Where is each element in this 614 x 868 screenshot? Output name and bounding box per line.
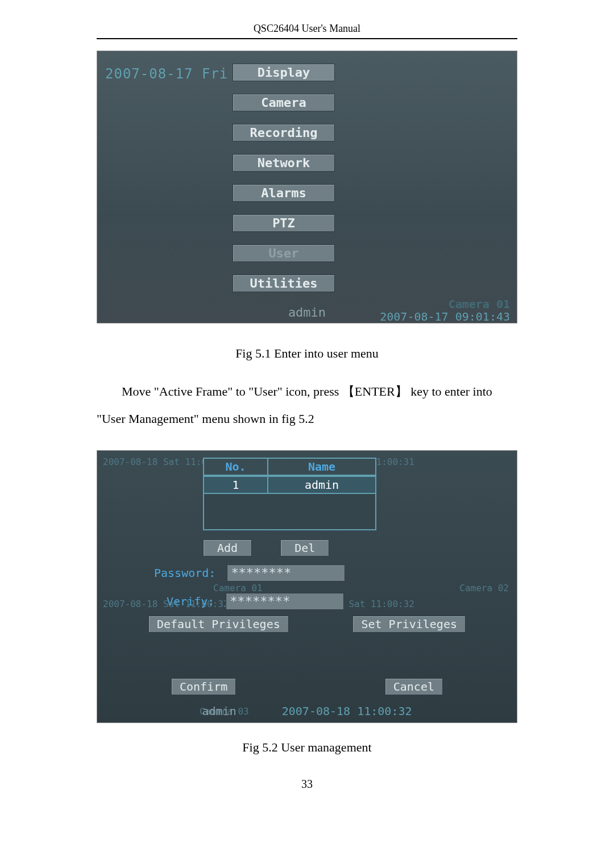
- paragraph: Move "Active Frame" to "User" icon, pres…: [97, 378, 517, 433]
- cell-no: 1: [203, 476, 268, 494]
- add-del-row: Add Del: [203, 539, 329, 556]
- set-privileges-button[interactable]: Set Privileges: [352, 616, 466, 633]
- main-menu: Display Camera Recording Network Alarms …: [233, 64, 335, 305]
- col-name: Name: [267, 458, 376, 476]
- quad-cam-r: Camera 02: [459, 583, 509, 593]
- password-field[interactable]: ********: [227, 564, 345, 582]
- confirm-cancel-row: Confirm Cancel: [171, 678, 443, 695]
- add-button[interactable]: Add: [203, 539, 252, 556]
- menu-display[interactable]: Display: [233, 64, 335, 81]
- page-header: QSC26404 User's Manual: [97, 23, 517, 39]
- status-corner: Camera 01 2007-08-17 09:01:43: [380, 298, 510, 323]
- corner-clock: 2007-08-17 09:01:43: [380, 310, 510, 323]
- menu-camera[interactable]: Camera: [233, 94, 335, 111]
- empty-rows: [203, 494, 376, 530]
- current-user: admin: [288, 305, 326, 319]
- menu-user[interactable]: User: [233, 244, 335, 262]
- confirm-button[interactable]: Confirm: [171, 678, 236, 695]
- status-bar: admin 2007-08-18 11:00:32: [97, 704, 517, 718]
- quad-cam-l: Camera 01: [213, 583, 263, 593]
- menu-alarms[interactable]: Alarms: [233, 184, 335, 202]
- fig51-caption: Fig 5.1 Enter into user menu: [97, 346, 517, 361]
- cancel-button[interactable]: Cancel: [385, 678, 443, 695]
- privileges-row: Default Privileges Set Privileges: [148, 616, 466, 633]
- fig51-screenshot: 2007-08-17 Fri 09:01:43 Display Camera R…: [97, 51, 517, 323]
- verify-label: Verify:: [167, 595, 214, 608]
- fig52-caption: Fig 5.2 User management: [97, 740, 517, 755]
- status-user: admin: [202, 704, 237, 718]
- user-table: No. Name 1 admin: [203, 458, 376, 530]
- del-button[interactable]: Del: [280, 539, 329, 556]
- col-no: No.: [203, 458, 268, 476]
- password-label: Password:: [154, 566, 215, 580]
- menu-recording[interactable]: Recording: [233, 124, 335, 142]
- camera-label: Camera 01: [380, 298, 510, 310]
- verify-field[interactable]: ********: [226, 593, 344, 610]
- cell-name: admin: [267, 476, 376, 494]
- default-privileges-button[interactable]: Default Privileges: [148, 616, 289, 633]
- table-row[interactable]: 1 admin: [203, 476, 376, 494]
- menu-network[interactable]: Network: [233, 154, 335, 172]
- menu-utilities[interactable]: Utilities: [233, 275, 335, 292]
- fig52-screenshot: 2007-08-18 Sat 11:00:31 2007-08-18 Sat 1…: [97, 450, 517, 723]
- page-number: 33: [97, 778, 517, 791]
- status-clock: 2007-08-18 11:00:32: [282, 704, 412, 718]
- menu-ptz[interactable]: PTZ: [233, 214, 335, 232]
